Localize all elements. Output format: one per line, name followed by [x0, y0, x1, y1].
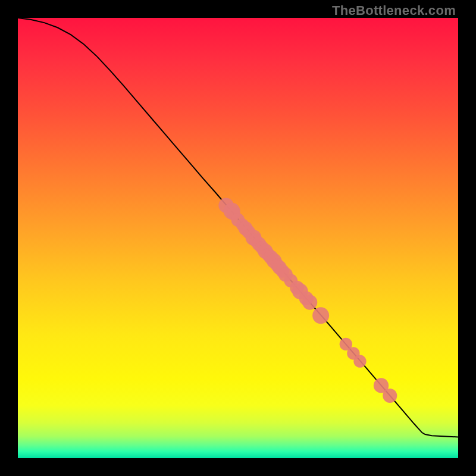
svg-point-25 [312, 307, 329, 324]
chart-overlay [18, 18, 458, 458]
watermark-text: TheBottleneck.com [332, 3, 456, 18]
svg-point-30 [383, 389, 397, 403]
svg-point-24 [302, 295, 317, 309]
chart-plot-area [18, 18, 458, 458]
svg-point-28 [353, 355, 366, 368]
